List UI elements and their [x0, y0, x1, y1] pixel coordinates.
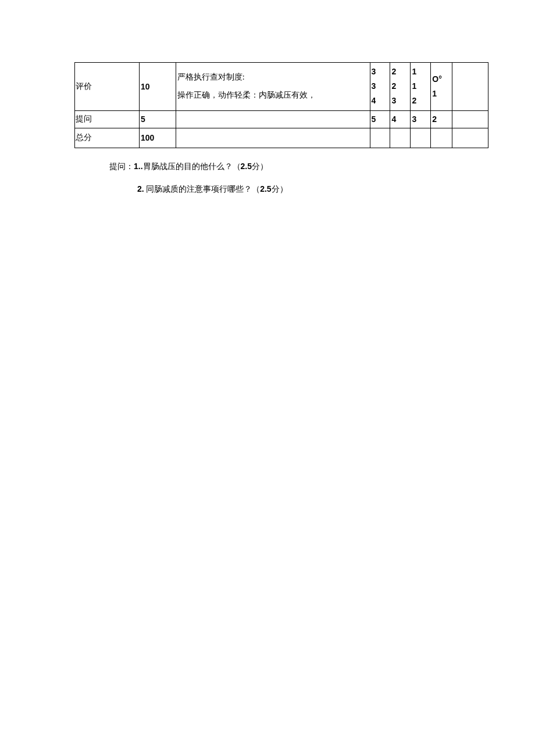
q2-points-suffix: 分） [272, 185, 288, 194]
q2-points-num: 2.5 [260, 184, 271, 194]
q2-points-open: （ [252, 185, 260, 194]
score-table-container: 评价 10 严格执行查对制度:操作正确，动作轻柔：内肠减压有效， 334 223… [74, 62, 488, 148]
row-c3 [411, 128, 431, 148]
row-c2 [390, 128, 411, 148]
table-row: 提问 5 5 4 3 2 [75, 110, 488, 128]
row-c4: O°1 [431, 63, 452, 111]
row-desc [176, 128, 370, 148]
q1-points-suffix: 分） [252, 162, 268, 171]
question-1: 提问：1..胃肠战压的目的他什么？（2.5分） [109, 157, 535, 176]
row-c4: 2 [431, 110, 452, 128]
q1-points-num: 2.5 [241, 162, 252, 171]
row-c3: 3 [411, 110, 431, 128]
score-table: 评价 10 严格执行查对制度:操作正确，动作轻柔：内肠减压有效， 334 223… [74, 62, 488, 148]
questions-section: 提问：1..胃肠战压的目的他什么？（2.5分） 2. 同肠减质的注意事项行哪些？… [109, 157, 535, 199]
row-c1 [370, 128, 390, 148]
row-c3: 112 [411, 63, 431, 111]
row-score: 5 [139, 110, 176, 128]
row-c5 [452, 128, 488, 148]
row-desc: 严格执行查对制度:操作正确，动作轻柔：内肠减压有效， [176, 63, 370, 111]
row-c2: 4 [390, 110, 411, 128]
row-c4 [431, 128, 452, 148]
question-2: 2. 同肠减质的注意事项行哪些？（2.5分） [137, 180, 535, 199]
table-row: 评价 10 严格执行查对制度:操作正确，动作轻柔：内肠减压有效， 334 223… [75, 63, 488, 111]
table-row: 总分 100 [75, 128, 488, 148]
questions-prefix: 提问： [109, 162, 134, 171]
row-c5 [452, 63, 488, 111]
q1-points-open: （ [233, 162, 241, 171]
row-c5 [452, 110, 488, 128]
row-score: 10 [139, 63, 176, 111]
row-c1: 334 [370, 63, 390, 111]
q2-text: 同肠减质的注意事项行哪些？ [144, 185, 252, 194]
row-label: 评价 [75, 63, 140, 111]
row-desc [176, 110, 370, 128]
row-score: 100 [139, 128, 176, 148]
q2-number: 2. [137, 184, 144, 194]
row-label: 提问 [75, 110, 140, 128]
row-label: 总分 [75, 128, 140, 148]
row-c2: 223 [390, 63, 411, 111]
q1-number: 1.. [134, 162, 143, 171]
row-c1: 5 [370, 110, 390, 128]
q1-text: 胃肠战压的目的他什么？ [143, 162, 233, 171]
